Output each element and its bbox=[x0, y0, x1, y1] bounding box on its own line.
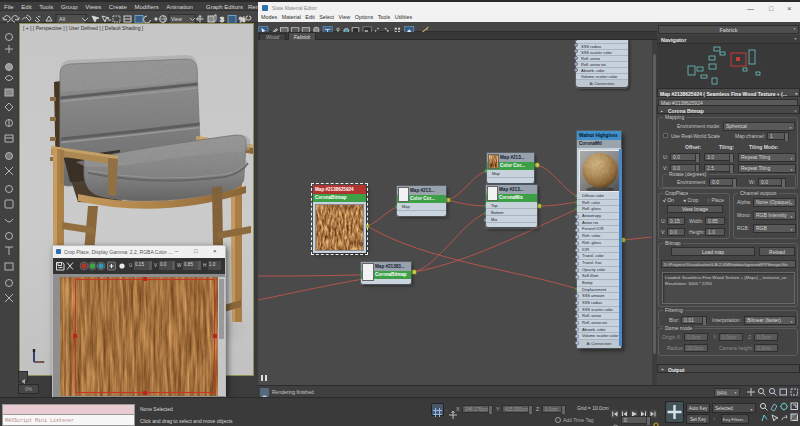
svg-text:%: % bbox=[239, 16, 245, 23]
svg-text:View: View bbox=[171, 16, 182, 22]
svg-text:3: 3 bbox=[220, 16, 224, 23]
svg-text:All: All bbox=[59, 16, 65, 22]
